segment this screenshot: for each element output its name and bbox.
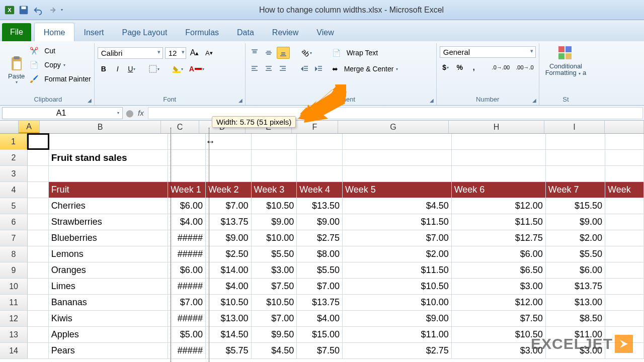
price-cell[interactable]: $2.00 xyxy=(343,246,452,262)
name-box[interactable]: A1 ▾ xyxy=(2,107,123,119)
align-center-button[interactable] xyxy=(263,63,275,75)
fruit-name[interactable]: Kiwis xyxy=(49,311,168,326)
price-cell[interactable]: $9.50 xyxy=(252,327,297,342)
fruit-name[interactable]: Oranges xyxy=(49,262,168,278)
price-cell[interactable]: $5.00 xyxy=(168,327,206,342)
cell[interactable] xyxy=(605,150,644,165)
row-header-8[interactable]: 8 xyxy=(0,246,28,262)
cell[interactable] xyxy=(28,214,49,230)
increase-indent-button[interactable] xyxy=(313,63,325,75)
align-right-button[interactable] xyxy=(277,63,289,75)
price-cell[interactable]: $10.50 xyxy=(206,295,252,310)
cell[interactable] xyxy=(28,246,49,262)
table-header[interactable]: Fruit xyxy=(49,182,168,198)
price-cell[interactable]: $2.50 xyxy=(206,246,252,262)
price-cell[interactable]: $7.50 xyxy=(252,279,297,294)
cell[interactable] xyxy=(28,327,49,342)
price-cell[interactable]: $11.50 xyxy=(452,214,546,230)
cell[interactable] xyxy=(28,198,49,214)
decrease-decimal-button[interactable]: .00→.0 xyxy=(514,61,535,73)
decrease-indent-button[interactable] xyxy=(299,63,311,75)
price-cell[interactable]: $11.00 xyxy=(343,327,452,342)
price-cell[interactable]: ##### xyxy=(168,343,206,358)
price-cell[interactable]: $4.00 xyxy=(206,279,252,294)
cell[interactable] xyxy=(168,150,206,165)
price-cell[interactable]: $12.75 xyxy=(452,230,546,246)
align-top-button[interactable] xyxy=(249,47,261,59)
price-cell[interactable]: $7.00 xyxy=(297,279,343,294)
undo-icon[interactable] xyxy=(32,5,43,16)
number-launcher-icon[interactable]: ◢ xyxy=(531,97,538,104)
price-cell[interactable]: $2.00 xyxy=(546,230,605,246)
comma-button[interactable]: , xyxy=(468,61,480,73)
price-cell[interactable]: $4.50 xyxy=(343,198,452,214)
table-header[interactable]: Week 5 xyxy=(343,182,452,198)
italic-button[interactable]: I xyxy=(112,63,124,75)
redo-icon[interactable] xyxy=(46,5,57,16)
sheet-title[interactable]: Fruit stand sales xyxy=(49,150,168,165)
row-header-11[interactable]: 11 xyxy=(0,295,28,310)
cell[interactable] xyxy=(605,134,644,149)
underline-button[interactable]: U▾ xyxy=(126,63,138,75)
cell[interactable] xyxy=(28,262,49,278)
cell[interactable] xyxy=(297,134,343,149)
merge-center-button[interactable]: ⬌ Merge & Center▾ xyxy=(332,62,398,75)
fruit-name[interactable]: Pears xyxy=(49,343,168,358)
price-cell[interactable]: $13.50 xyxy=(297,198,343,214)
percent-button[interactable]: % xyxy=(454,61,466,73)
clipboard-launcher-icon[interactable]: ◢ xyxy=(86,97,93,104)
price-cell[interactable]: $10.50 xyxy=(343,279,452,294)
cell[interactable] xyxy=(28,182,49,198)
cell[interactable] xyxy=(252,166,297,182)
price-cell[interactable]: $3.00 xyxy=(452,279,546,294)
col-header-extra[interactable] xyxy=(605,121,644,133)
price-cell[interactable]: $15.00 xyxy=(297,327,343,342)
price-cell[interactable]: $2.75 xyxy=(343,343,452,358)
price-cell[interactable]: $9.00 xyxy=(297,214,343,230)
table-header[interactable]: Week 7 xyxy=(546,182,605,198)
cell-A1[interactable] xyxy=(28,134,49,149)
orientation-button[interactable]: ab▾ xyxy=(300,47,314,59)
price-cell[interactable]: $13.75 xyxy=(297,295,343,310)
cell[interactable] xyxy=(28,343,49,358)
price-cell[interactable]: $5.50 xyxy=(297,262,343,278)
cell[interactable] xyxy=(206,150,252,165)
row-header-4[interactable]: 4 xyxy=(0,182,28,198)
price-cell[interactable]: $6.50 xyxy=(452,262,546,278)
row-header-6[interactable]: 6 xyxy=(0,214,28,230)
row-header-12[interactable]: 12 xyxy=(0,311,28,326)
align-bottom-button[interactable] xyxy=(277,47,290,59)
cell[interactable] xyxy=(605,166,644,182)
price-cell[interactable]: $6.00 xyxy=(168,262,206,278)
price-cell[interactable]: $15.50 xyxy=(546,198,605,214)
cell[interactable] xyxy=(605,262,644,278)
price-cell[interactable]: $13.00 xyxy=(546,295,605,310)
conditional-formatting-button[interactable]: Conditional Formatting ▾ a xyxy=(542,44,590,77)
price-cell[interactable]: $4.00 xyxy=(297,311,343,326)
price-cell[interactable]: $3.00 xyxy=(252,262,297,278)
align-launcher-icon[interactable]: ◢ xyxy=(428,97,435,104)
fruit-name[interactable]: Apples xyxy=(49,327,168,342)
price-cell[interactable]: $10.50 xyxy=(252,295,297,310)
fruit-name[interactable]: Limes xyxy=(49,279,168,294)
row-header-5[interactable]: 5 xyxy=(0,198,28,214)
price-cell[interactable]: $7.50 xyxy=(452,311,546,326)
cell[interactable] xyxy=(28,279,49,294)
tab-data[interactable]: Data xyxy=(228,23,263,41)
cell[interactable] xyxy=(605,214,644,230)
cell[interactable] xyxy=(605,198,644,214)
price-cell[interactable]: $13.00 xyxy=(206,311,252,326)
price-cell[interactable]: $9.00 xyxy=(206,230,252,246)
cell[interactable] xyxy=(343,150,452,165)
price-cell[interactable]: $5.50 xyxy=(546,246,605,262)
price-cell[interactable]: $6.00 xyxy=(168,198,206,214)
shrink-font-button[interactable]: A▾ xyxy=(203,47,215,59)
cell[interactable] xyxy=(168,166,206,182)
price-cell[interactable]: $4.50 xyxy=(252,343,297,358)
font-size-select[interactable]: 12 xyxy=(165,47,186,59)
price-cell[interactable]: ##### xyxy=(168,279,206,294)
table-header[interactable]: Week xyxy=(605,182,644,198)
col-header-C[interactable]: C xyxy=(161,121,199,133)
row-header-3[interactable]: 3 xyxy=(0,166,28,182)
price-cell[interactable]: $14.00 xyxy=(206,262,252,278)
